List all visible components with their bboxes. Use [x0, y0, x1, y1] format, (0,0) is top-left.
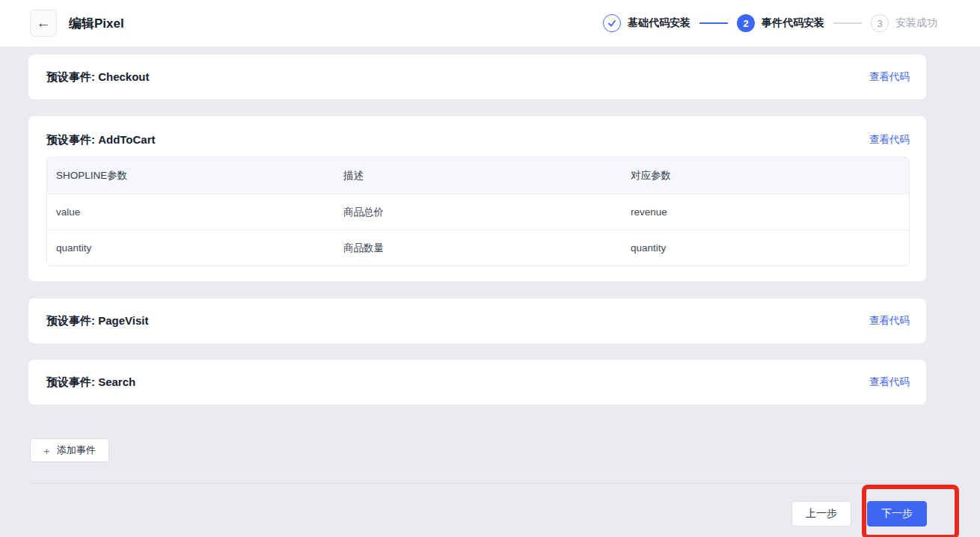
description-cell: 商品总价	[334, 194, 622, 230]
step-connector	[833, 22, 862, 24]
step-label: 安装成功	[895, 16, 937, 30]
add-event-label: 添加事件	[57, 444, 96, 457]
step-event-code-install: 2 事件代码安装	[737, 14, 824, 32]
card-head: 预设事件: AddToCart 查看代码	[46, 131, 910, 149]
event-card-title: 预设事件: Search	[46, 375, 135, 390]
event-card-title: 预设事件: AddToCart	[46, 133, 156, 147]
param-cell: value	[47, 194, 334, 230]
param-table: SHOPLINE参数 描述 对应参数 value 商品总价 revenue qu…	[46, 157, 910, 266]
table-row: value 商品总价 revenue	[47, 194, 909, 230]
mapped-param-cell: revenue	[622, 194, 909, 230]
column-header: 描述	[334, 158, 622, 194]
mapped-param-cell: quantity	[622, 230, 909, 266]
description-cell: 商品数量	[334, 230, 622, 266]
footer-actions: 上一步 下一步	[28, 485, 959, 537]
event-card-pagevisit: 预设事件: PageVisit 查看代码	[28, 298, 926, 343]
event-card-title: 预设事件: PageVisit	[46, 314, 148, 328]
previous-step-button[interactable]: 上一步	[791, 501, 851, 527]
page-title: 编辑Pixel	[69, 15, 124, 32]
view-code-link[interactable]: 查看代码	[869, 133, 910, 147]
page-header: ← 编辑Pixel 基础代码安装 2 事件代码安装 3 安装成功	[0, 0, 980, 46]
step-label: 事件代码安装	[762, 16, 824, 30]
step-basic-code-install: 基础代码安装	[603, 14, 690, 32]
plus-icon: +	[43, 445, 50, 456]
step-label: 基础代码安装	[628, 16, 690, 30]
red-annotation-box: 下一步	[862, 485, 959, 537]
event-card-search: 预设事件: Search 查看代码	[28, 360, 926, 405]
table-row: quantity 商品数量 quantity	[47, 230, 909, 266]
param-cell: quantity	[47, 230, 334, 266]
table-header-row: SHOPLINE参数 描述 对应参数	[47, 158, 909, 194]
event-card-addtocart: 预设事件: AddToCart 查看代码 SHOPLINE参数 描述 对应参数 …	[28, 116, 926, 281]
next-step-button[interactable]: 下一步	[867, 501, 927, 527]
footer-divider	[30, 483, 950, 484]
stepper: 基础代码安装 2 事件代码安装 3 安装成功	[603, 14, 937, 32]
step-connector	[699, 22, 728, 24]
view-code-link[interactable]: 查看代码	[869, 314, 910, 328]
step-number-badge: 2	[737, 14, 755, 32]
add-event-button[interactable]: + 添加事件	[30, 438, 109, 462]
step-number-badge: 3	[871, 14, 889, 32]
column-header: 对应参数	[622, 158, 909, 194]
event-card-title: 预设事件: Checkout	[46, 70, 150, 85]
arrow-left-icon: ←	[37, 15, 51, 31]
view-code-link[interactable]: 查看代码	[869, 70, 910, 84]
main-content: 预设事件: Checkout 查看代码 预设事件: AddToCart 查看代码…	[0, 46, 980, 537]
step-install-success: 3 安装成功	[871, 14, 937, 32]
event-card-checkout: 预设事件: Checkout 查看代码	[28, 55, 926, 99]
view-code-link[interactable]: 查看代码	[869, 375, 910, 389]
back-button[interactable]: ←	[30, 10, 57, 37]
column-header: SHOPLINE参数	[47, 158, 334, 194]
check-icon	[603, 14, 621, 32]
